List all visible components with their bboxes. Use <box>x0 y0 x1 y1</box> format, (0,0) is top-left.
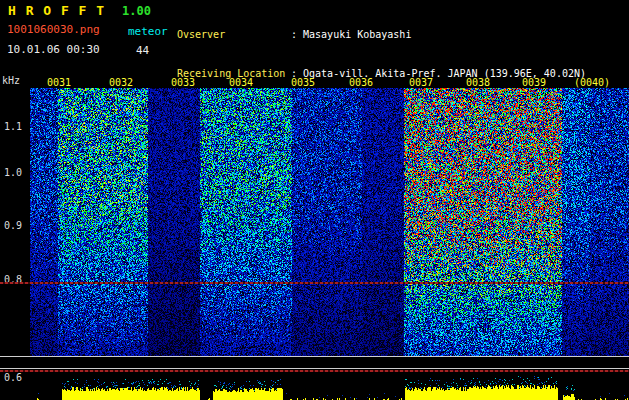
time-tick-0033: 0033 <box>171 77 195 88</box>
datetime-label: 10.01.06 00:30 <box>7 43 100 56</box>
freq-tick-0_6: 0.6 <box>4 372 22 383</box>
time-tick-0031: 0031 <box>47 77 71 88</box>
level-graph-threshold-line <box>0 370 629 372</box>
time-tick-0035: 0035 <box>291 77 315 88</box>
level-graph-canvas <box>30 373 629 400</box>
mode-label: meteor <box>128 25 168 38</box>
spectrogram-canvas <box>30 88 629 356</box>
time-tick-0040: (0040) <box>574 77 610 88</box>
freq-tick-1_1: 1.1 <box>4 121 22 132</box>
marker-line-0_8khz <box>0 282 629 284</box>
meteor-count: 44 <box>136 44 149 57</box>
time-tick-0039: 0039 <box>522 77 546 88</box>
app-title: H R O F F T <box>8 3 105 18</box>
time-tick-0034: 0034 <box>229 77 253 88</box>
level-graph-top-border <box>0 356 629 357</box>
time-tick-0032: 0032 <box>109 77 133 88</box>
app-version: 1.00 <box>122 4 151 18</box>
time-tick-0038: 0038 <box>466 77 490 88</box>
time-tick-0037: 0037 <box>409 77 433 88</box>
hrofft-window: H R O F F T 1.00 1001060030.png meteor 1… <box>0 0 629 400</box>
level-graph-mid-border <box>0 368 629 369</box>
info-line-observer: Ovserver:Masayuki Kobayashi <box>177 28 586 41</box>
time-tick-0036: 0036 <box>349 77 373 88</box>
freq-tick-1_0: 1.0 <box>4 167 22 178</box>
freq-unit-label: kHz <box>2 75 20 86</box>
output-filename: 1001060030.png <box>7 23 100 36</box>
freq-tick-0_9: 0.9 <box>4 220 22 231</box>
